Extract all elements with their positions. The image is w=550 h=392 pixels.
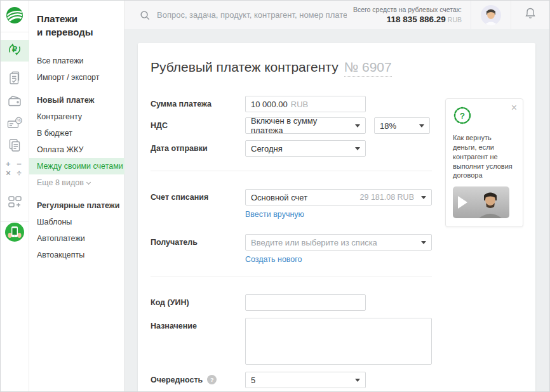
balance-amount: 118 835 886.29RUB	[353, 15, 462, 24]
rail-item-cards[interactable]: %	[1, 114, 29, 135]
topbar-divider	[471, 1, 471, 29]
card-percent-icon: %	[6, 116, 23, 133]
svg-text:?: ?	[460, 111, 465, 121]
sidebar-item-more-types[interactable]: Еще 8 видов	[37, 174, 124, 191]
page-title-text: Рублевый платеж контрагенту	[151, 60, 339, 75]
ruble-transfer-icon: ₽	[5, 40, 24, 62]
sidebar-title: Платежи и переводы	[37, 12, 124, 39]
vat-label: НДС	[151, 117, 245, 134]
notifications-button[interactable]	[511, 6, 549, 24]
dropdown-arrow-icon	[355, 124, 360, 127]
sidebar-item-autoaccepts[interactable]: Автоакцепты	[37, 247, 124, 263]
rail-item-mobile-app[interactable]	[1, 223, 29, 244]
enter-manually-link[interactable]: Ввести вручную	[245, 210, 304, 219]
svg-text:%: %	[17, 118, 20, 122]
close-icon[interactable]: ×	[511, 103, 517, 113]
rail-divider	[1, 32, 29, 32]
sidebar-item-new-payment[interactable]: Новый платеж	[37, 92, 124, 108]
create-new-payee-link[interactable]: Создать нового	[245, 255, 302, 264]
question-seal-icon: ?	[453, 106, 516, 127]
sidebar-nav: Все платежи Импорт / экспорт Новый плате…	[37, 53, 124, 263]
purpose-label: Назначение	[151, 318, 245, 365]
section-divider	[151, 171, 432, 171]
sberbank-logo-icon[interactable]	[5, 6, 24, 27]
sidebar-item-to-counterparty[interactable]: Контрагенту	[37, 108, 124, 125]
widgets-dashboard-icon	[8, 196, 22, 211]
amount-currency: RUB	[291, 100, 308, 109]
rail-item-accounts[interactable]	[1, 91, 29, 113]
content-area: Рублевый платеж контрагенту № 6907 Сумма…	[124, 29, 549, 391]
app-window: ₽	[0, 0, 550, 392]
icon-rail: ₽	[1, 1, 29, 391]
sidebar-item-autopayments[interactable]: Автоплатежи	[37, 230, 124, 247]
dropdown-arrow-icon	[421, 196, 426, 199]
bell-icon	[523, 6, 538, 24]
sidebar-item-templates[interactable]: Шаблоны	[37, 214, 124, 230]
dropdown-arrow-icon	[355, 379, 360, 382]
sidebar-item-all-payments[interactable]: Все платежи	[37, 53, 124, 69]
amount-input[interactable]: 10 000.00 RUB	[245, 96, 366, 112]
send-date-label: Дата отправки	[151, 140, 245, 157]
video-thumbnail[interactable]	[453, 186, 509, 218]
balance-currency: RUB	[448, 16, 462, 23]
debit-account-select[interactable]: Основной счет 29 181.08 RUB	[245, 189, 432, 206]
wallet-icon	[7, 95, 22, 110]
sidebar-item-import-export[interactable]: Импорт / экспорт	[37, 69, 124, 86]
payee-label: Получатель	[151, 234, 245, 264]
priority-label: Очередность	[151, 376, 203, 384]
rail-item-calculator[interactable]: + − × ÷	[1, 158, 29, 180]
chevron-down-icon	[86, 180, 91, 185]
page-title: Рублевый платеж контрагенту № 6907	[151, 60, 535, 77]
document-check-icon	[7, 70, 22, 89]
dropdown-arrow-icon	[419, 124, 424, 127]
documents-stack-icon	[7, 138, 22, 155]
topbar: Всего средств на рублевых счетах: 118 83…	[124, 1, 549, 29]
amount-label: Сумма платежа	[151, 96, 245, 112]
rail-item-widgets[interactable]	[1, 192, 29, 214]
purpose-textarea[interactable]	[245, 318, 432, 365]
total-balance-block: Всего средств на рублевых счетах: 118 83…	[353, 6, 462, 24]
sidebar-item-to-budget[interactable]: В бюджет	[37, 125, 124, 141]
rail-item-payments-transfers[interactable]: ₽	[1, 40, 29, 62]
rail-item-documents[interactable]	[1, 69, 29, 91]
section-divider	[151, 277, 432, 277]
help-video-card: × ? Как вернуть деньги, если контрагент …	[445, 98, 523, 227]
payee-select[interactable]: Введите или выберите из списка	[245, 234, 432, 251]
sidebar-item-utilities[interactable]: Оплата ЖКУ	[37, 141, 124, 158]
sidebar-item-regular-payments[interactable]: Регулярные платежи	[37, 197, 124, 214]
svg-text:₽: ₽	[12, 45, 17, 54]
help-text: Как вернуть деньги, если контрагент не в…	[453, 133, 516, 180]
play-icon	[458, 196, 467, 209]
rail-item-documents-stack[interactable]	[1, 136, 29, 157]
vat-select[interactable]: Включен в сумму платежа	[245, 117, 366, 134]
uin-input[interactable]	[245, 294, 366, 311]
search-input[interactable]	[157, 10, 347, 20]
balance-label: Всего средств на рублевых счетах:	[353, 6, 462, 13]
payee-placeholder: Введите или выберите из списка	[251, 238, 416, 247]
main-area: Всего средств на рублевых счетах: 118 83…	[124, 1, 549, 391]
sidebar-item-between-own-accounts[interactable]: Между своими счетами	[29, 158, 124, 174]
document-number[interactable]: № 6907	[344, 60, 392, 77]
dropdown-arrow-icon	[421, 241, 426, 244]
vat-rate-select[interactable]: 18%	[374, 117, 430, 134]
uin-label: Код (УИН)	[151, 294, 245, 311]
dropdown-arrow-icon	[355, 147, 360, 150]
priority-help-badge[interactable]: ?	[207, 375, 217, 384]
debit-account-label: Счет списания	[151, 189, 245, 219]
mobile-phone-icon	[4, 222, 25, 245]
priority-select[interactable]: 5	[245, 372, 366, 388]
calculator-icon: + − × ÷	[6, 160, 23, 177]
account-balance: 29 181.08 RUB	[360, 193, 414, 202]
sidebar-payments-menu: Платежи и переводы Все платежи Импорт / …	[29, 1, 124, 391]
send-date-select[interactable]: Сегодня	[245, 140, 366, 157]
search-icon	[139, 10, 151, 21]
user-avatar[interactable]	[481, 5, 501, 25]
